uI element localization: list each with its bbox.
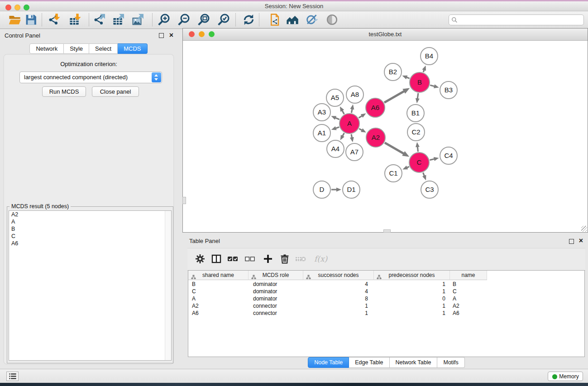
graph-node-A1[interactable]: A1 (313, 124, 330, 142)
column-header-name[interactable]: name (450, 271, 487, 280)
edge-A6-B[interactable] (384, 91, 405, 103)
graph-node-A7[interactable]: A7 (346, 143, 363, 161)
cell-mcds_role[interactable]: dominator (249, 295, 303, 302)
cell-mcds_role[interactable]: dominator (249, 281, 303, 288)
refresh-button[interactable] (241, 13, 256, 27)
cell-name[interactable]: C (450, 288, 487, 295)
network-graph[interactable]: B4B2BB3A5A8A6A3AB1A1C2A2A4A7C4CC1C3DD1 (183, 41, 587, 232)
cell-shared_name[interactable]: B (188, 281, 249, 288)
close-panel-button[interactable]: Close panel (92, 86, 139, 97)
columns-button[interactable] (210, 253, 223, 265)
search-input[interactable] (460, 15, 581, 24)
tab-node-table[interactable]: Node Table (308, 357, 349, 368)
table-close-panel-icon[interactable]: × (579, 238, 583, 243)
result-item[interactable]: A2 (9, 211, 171, 218)
graph-node-B2[interactable]: B2 (384, 63, 402, 81)
show-details-button[interactable] (325, 13, 339, 27)
cell-successor[interactable]: 4 (303, 281, 374, 288)
import-network-button[interactable] (47, 13, 62, 27)
graph-node-A5[interactable]: A5 (326, 89, 344, 106)
table-row-A[interactable]: Adominator80A (188, 295, 487, 302)
export-image-button[interactable] (131, 13, 145, 27)
table-row-A6[interactable]: A6connector11A6 (188, 310, 487, 317)
table-row-C[interactable]: Cdominator41C (188, 288, 487, 295)
table-float-panel-icon[interactable] (569, 239, 574, 244)
zoom-in-button[interactable] (156, 13, 171, 27)
table-row-B[interactable]: Bdominator41B (188, 281, 487, 288)
graph-node-A6[interactable]: A6 (366, 98, 385, 117)
import-table-button[interactable] (68, 13, 82, 27)
tab-edge-table[interactable]: Edge Table (349, 357, 389, 368)
graph-node-C[interactable]: C (409, 152, 429, 172)
memory-button[interactable]: Memory (548, 372, 583, 381)
close-panel-icon[interactable]: × (169, 33, 173, 38)
network-canvas[interactable]: B4B2BB3A5A8A6A3AB1A1C2A2A4A7C4CC1C3DD1 (183, 41, 588, 232)
graph-node-A2[interactable]: A2 (366, 128, 385, 147)
graph-node-B4[interactable]: B4 (421, 48, 438, 65)
cell-successor[interactable]: 1 (303, 310, 374, 317)
tab-select[interactable]: Select (89, 43, 118, 54)
cell-predecessor[interactable]: 1 (374, 281, 450, 288)
cell-shared_name[interactable]: A (188, 295, 249, 302)
mcds-result-list[interactable]: A2ABCA6 (9, 210, 172, 361)
cell-predecessor[interactable]: 1 (374, 302, 450, 310)
resize-grip-icon[interactable] (581, 226, 587, 232)
result-item[interactable]: B (9, 225, 171, 233)
column-header-MCDS-role[interactable]: MCDS role (249, 271, 303, 280)
splitter-handle-vertical[interactable] (182, 197, 186, 204)
graph-node-B1[interactable]: B1 (407, 105, 424, 122)
cell-name[interactable]: A6 (450, 310, 487, 317)
cell-shared_name[interactable]: A2 (188, 302, 249, 310)
tab-network[interactable]: Network (29, 43, 64, 54)
hide-details-button[interactable] (305, 13, 319, 27)
graph-node-B3[interactable]: B3 (440, 81, 457, 99)
search-field[interactable] (449, 14, 584, 25)
cell-name[interactable]: A2 (450, 302, 487, 310)
cell-mcds_role[interactable]: connector (249, 310, 303, 317)
cell-shared_name[interactable]: A6 (188, 310, 249, 317)
select-all-button[interactable] (226, 253, 239, 265)
open-file-button[interactable] (7, 13, 22, 27)
result-item[interactable]: A6 (9, 240, 171, 247)
edge-A2-C[interactable] (385, 143, 404, 154)
function-builder-button[interactable]: f(x) (311, 253, 323, 265)
cell-mcds_role[interactable]: connector (249, 302, 303, 310)
cell-name[interactable]: B (450, 281, 487, 288)
cell-mcds_role[interactable]: dominator (249, 288, 303, 295)
graph-node-A8[interactable]: A8 (346, 86, 363, 103)
graph-node-C3[interactable]: C3 (421, 181, 438, 198)
tab-motifs[interactable]: Motifs (437, 357, 464, 368)
graph-node-C1[interactable]: C1 (385, 165, 402, 182)
graph-node-A[interactable]: A (339, 114, 359, 133)
network-window-titlebar[interactable]: testGlobe.txt (183, 29, 588, 41)
cell-name[interactable]: A (450, 295, 487, 302)
deselect-all-button[interactable] (244, 253, 256, 265)
cell-shared_name[interactable]: C (188, 288, 249, 295)
cell-predecessor[interactable]: 1 (374, 288, 450, 295)
column-header-shared-name[interactable]: shared name (188, 271, 249, 280)
tab-mcds[interactable]: MCDS (118, 43, 147, 54)
cell-predecessor[interactable]: 0 (374, 295, 450, 302)
graph-node-A3[interactable]: A3 (313, 104, 330, 121)
delete-row-button[interactable] (278, 253, 291, 265)
task-history-button[interactable] (6, 372, 19, 381)
run-mcds-button[interactable]: Run MCDS (42, 86, 86, 97)
cell-predecessor[interactable]: 1 (374, 310, 450, 317)
splitter-handle-horizontal[interactable] (383, 229, 391, 233)
zoom-fit-button[interactable] (196, 13, 210, 27)
graph-node-B[interactable]: B (410, 72, 430, 92)
settings-button[interactable] (194, 253, 206, 265)
result-item[interactable]: C (9, 233, 171, 240)
edge-B-B1[interactable] (417, 93, 418, 100)
result-item[interactable]: A (9, 218, 171, 225)
tab-network-table[interactable]: Network Table (390, 357, 438, 368)
table-row-A2[interactable]: A2connector11A2 (188, 302, 487, 310)
graph-node-D1[interactable]: D1 (343, 181, 360, 198)
optimization-criterion-dropdown[interactable]: largest connected component (directed) (19, 71, 162, 83)
remove-column-button[interactable] (294, 253, 307, 265)
result-list-scrollbar[interactable] (165, 211, 171, 360)
export-table-button[interactable] (111, 13, 126, 27)
graph-node-C2[interactable]: C2 (407, 124, 425, 141)
home-button[interactable] (285, 13, 299, 27)
save-session-button[interactable] (24, 13, 38, 27)
